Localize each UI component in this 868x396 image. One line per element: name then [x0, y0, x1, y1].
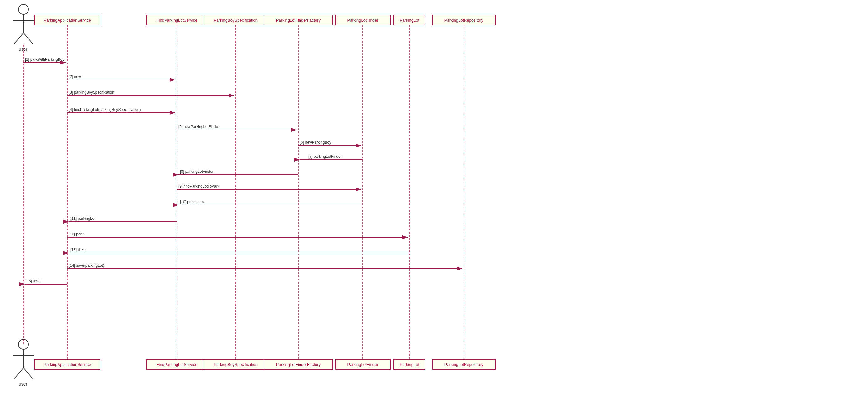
- svg-text:ParkingLotFinderFactory: ParkingLotFinderFactory: [276, 18, 321, 23]
- svg-text:[8] parkingLotFinder: [8] parkingLotFinder: [180, 170, 214, 174]
- sequence-diagram-svg: user user ParkingApplicationService Find…: [0, 0, 868, 396]
- svg-text:[4] findParkingLot(parkingBoyS: [4] findParkingLot(parkingBoySpecificati…: [69, 108, 141, 112]
- svg-text:[2] new: [2] new: [69, 74, 81, 79]
- svg-point-8: [19, 339, 29, 349]
- svg-rect-40: [433, 359, 495, 369]
- svg-line-6: [24, 33, 33, 44]
- svg-rect-30: [147, 359, 208, 369]
- svg-text:user: user: [19, 47, 28, 52]
- svg-rect-34: [264, 359, 333, 369]
- svg-text:[9] findParkingLotToPark: [9] findParkingLotToPark: [179, 184, 220, 188]
- svg-text:ParkingLot: ParkingLot: [400, 362, 420, 367]
- svg-text:[5] newParkingLotFinder: [5] newParkingLotFinder: [179, 125, 219, 129]
- svg-text:[6] newParkingBoy: [6] newParkingBoy: [300, 140, 331, 145]
- svg-text:ParkingApplicationService: ParkingApplicationService: [43, 362, 91, 367]
- svg-text:ParkingLotFinder: ParkingLotFinder: [347, 362, 379, 367]
- diagram-container: user user ParkingApplicationService Find…: [0, 0, 868, 396]
- svg-line-12: [24, 368, 33, 379]
- svg-text:ParkingLotFinder: ParkingLotFinder: [347, 18, 379, 23]
- svg-text:[11] parkingLot: [11] parkingLot: [70, 216, 95, 221]
- svg-text:FindParkingLotService: FindParkingLotService: [156, 362, 197, 367]
- svg-rect-20: [264, 15, 333, 25]
- svg-text:ParkingBoySpecification: ParkingBoySpecification: [214, 362, 258, 367]
- svg-text:[15] ticket: [15] ticket: [26, 279, 42, 283]
- svg-text:ParkingBoySpecification: ParkingBoySpecification: [214, 18, 258, 23]
- svg-rect-38: [394, 359, 425, 369]
- svg-rect-32: [203, 359, 269, 369]
- svg-text:ParkingLotRepository: ParkingLotRepository: [444, 18, 484, 23]
- svg-text:ParkingLotFinderFactory: ParkingLotFinderFactory: [276, 362, 321, 367]
- svg-rect-24: [394, 15, 425, 25]
- svg-rect-26: [433, 15, 495, 25]
- svg-rect-18: [203, 15, 269, 25]
- svg-text:ParkingLotRepository: ParkingLotRepository: [444, 362, 484, 367]
- svg-rect-16: [147, 15, 208, 25]
- svg-text:[12] park: [12] park: [69, 232, 84, 236]
- svg-text:ParkingLot: ParkingLot: [400, 18, 420, 23]
- svg-text:user: user: [19, 382, 28, 387]
- svg-text:[13] ticket: [13] ticket: [70, 248, 87, 252]
- svg-text:ParkingApplicationService: ParkingApplicationService: [43, 18, 91, 23]
- svg-text:[3] parkingBoySpecification: [3] parkingBoySpecification: [69, 90, 114, 95]
- svg-line-11: [14, 368, 24, 379]
- svg-rect-36: [336, 359, 390, 369]
- svg-text:[14] save(parkingLot): [14] save(parkingLot): [69, 263, 104, 268]
- svg-line-5: [14, 33, 24, 44]
- svg-text:[1] parkWithParkingBoy: [1] parkWithParkingBoy: [25, 57, 64, 62]
- svg-rect-22: [336, 15, 390, 25]
- svg-point-2: [19, 4, 29, 14]
- svg-text:FindParkingLotService: FindParkingLotService: [156, 18, 197, 23]
- svg-rect-28: [34, 359, 100, 369]
- svg-text:[7] parkingLotFinder: [7] parkingLotFinder: [308, 154, 342, 159]
- svg-text:[10] parkingLot: [10] parkingLot: [180, 200, 205, 204]
- svg-rect-14: [34, 15, 100, 25]
